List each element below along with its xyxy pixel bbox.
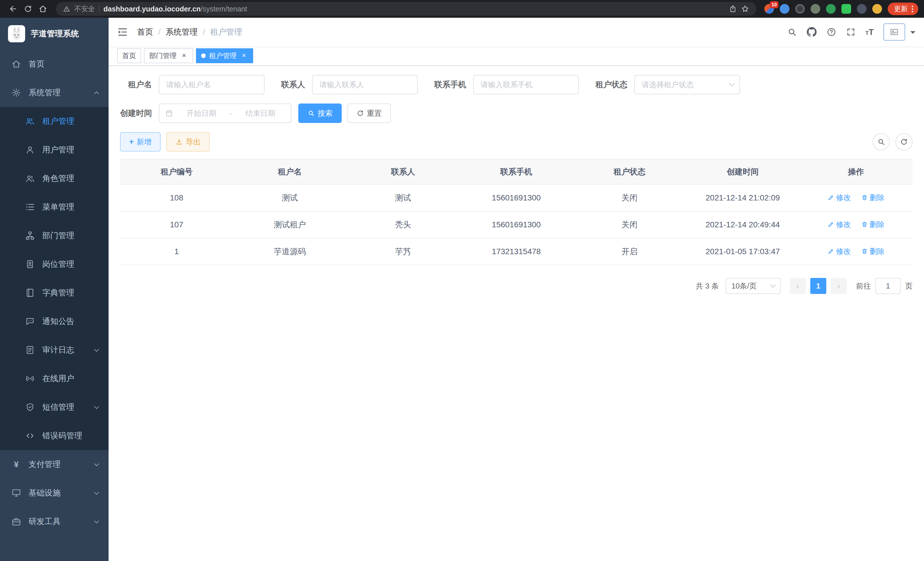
- chevron-down-icon: [95, 492, 98, 494]
- sidebar-item-payment-management[interactable]: ¥ 支付管理: [0, 450, 109, 479]
- sidebar-item-label: 菜单管理: [42, 202, 74, 212]
- cell-status: 关闭: [573, 211, 686, 238]
- extension-icon[interactable]: 10: [764, 4, 774, 14]
- sidebar-item-label: 审计日志: [42, 344, 74, 355]
- sidebar-item-dev-tools[interactable]: 研发工具: [0, 507, 109, 536]
- extensions-cluster: 10: [764, 4, 882, 14]
- sidebar-item-tenant-management[interactable]: 租户管理: [0, 107, 109, 135]
- extension-icon[interactable]: [795, 4, 805, 14]
- date-range-picker[interactable]: 开始日期 - 结束日期: [159, 104, 291, 123]
- delete-label: 删除: [870, 247, 885, 256]
- breadcrumb: 首页 / 系统管理 / 租户管理: [137, 27, 242, 38]
- goto-page-input[interactable]: [875, 278, 901, 294]
- edit-button[interactable]: 修改: [827, 220, 851, 230]
- sidebar-item-online-users[interactable]: 在线用户: [0, 364, 109, 393]
- extension-icon[interactable]: [826, 4, 836, 14]
- tag-label: 首页: [122, 51, 136, 60]
- app-logo[interactable]: 芋道管理系统: [0, 18, 109, 50]
- github-icon[interactable]: [807, 27, 817, 37]
- extension-icon[interactable]: [811, 4, 820, 14]
- avatar[interactable]: [884, 23, 905, 41]
- chevron-down-icon: [95, 463, 98, 465]
- prev-page-button[interactable]: ‹: [790, 278, 806, 294]
- contact-input[interactable]: [312, 75, 418, 94]
- home-button-icon[interactable]: [35, 2, 50, 16]
- cell-create-time: 2021-12-14 21:02:09: [686, 184, 799, 211]
- infrastructure-icon: [11, 488, 21, 498]
- sidebar-item-system-management[interactable]: 系统管理: [0, 78, 109, 107]
- page-number-button[interactable]: 1: [810, 278, 826, 294]
- tag-home[interactable]: 首页: [117, 48, 141, 63]
- role-users-icon: [25, 174, 35, 183]
- sidebar-item-role-management[interactable]: 角色管理: [0, 164, 109, 193]
- sidebar-item-dict-management[interactable]: 字典管理: [0, 278, 109, 307]
- reload-icon[interactable]: [21, 2, 35, 16]
- bookmark-star-icon[interactable]: [741, 5, 749, 13]
- sidebar-item-infrastructure[interactable]: 基础设施: [0, 479, 109, 507]
- delete-button[interactable]: 删除: [861, 220, 885, 230]
- search-button[interactable]: 搜索: [298, 104, 342, 123]
- extension-icon[interactable]: [872, 4, 882, 14]
- back-icon[interactable]: [6, 2, 21, 16]
- browser-menu-kebab-icon[interactable]: [912, 6, 913, 12]
- extension-icon[interactable]: [780, 4, 789, 14]
- update-label: 更新: [894, 4, 908, 14]
- sidebar-item-post-management[interactable]: 岗位管理: [0, 250, 109, 278]
- page-size-select[interactable]: 10条/页: [726, 278, 781, 294]
- dev-tools-icon: [11, 517, 21, 526]
- cell-contact: 秃头: [346, 211, 460, 238]
- sidebar: 芋道管理系统 首页 系统管理 租户管理 用户管理 角色: [0, 18, 109, 561]
- navbar-actions: TT: [787, 23, 915, 41]
- mobile-input[interactable]: [473, 75, 579, 94]
- help-docs-icon[interactable]: [826, 27, 836, 37]
- sidebar-item-home[interactable]: 首页: [0, 50, 109, 78]
- sidebar-item-error-code-management[interactable]: 错误码管理: [0, 421, 109, 450]
- sidebar-menu: 首页 系统管理 租户管理 用户管理 角色管理 菜单管理: [0, 50, 109, 561]
- share-icon[interactable]: [729, 5, 737, 13]
- search-icon[interactable]: [787, 27, 797, 37]
- sidebar-item-label: 用户管理: [42, 144, 74, 155]
- close-icon[interactable]: [180, 52, 188, 60]
- edit-button[interactable]: 修改: [827, 247, 851, 256]
- tag-dept-management[interactable]: 部门管理: [144, 48, 193, 63]
- filter-form-row-1: 租户名 联系人 联系手机 租户状态 请选择租户状态: [120, 75, 913, 94]
- fullscreen-icon[interactable]: [846, 27, 856, 37]
- sidebar-item-notice-announcement[interactable]: 通知公告: [0, 307, 109, 336]
- reset-button[interactable]: 重置: [347, 104, 391, 123]
- font-size-icon[interactable]: TT: [866, 27, 874, 37]
- export-button[interactable]: 导出: [166, 132, 210, 152]
- add-button[interactable]: + 新增: [120, 132, 160, 152]
- breadcrumb-item-home[interactable]: 首页: [137, 27, 153, 38]
- extension-icon[interactable]: [842, 4, 851, 14]
- chrome-update-button[interactable]: 更新: [888, 3, 918, 15]
- address-bar[interactable]: 不安全 dashboard.yudao.iocoder.cn/system/te…: [56, 2, 756, 16]
- breadcrumb-item-tenant: 租户管理: [210, 27, 242, 38]
- tag-label: 租户管理: [209, 51, 237, 60]
- sidebar-item-menu-management[interactable]: 菜单管理: [0, 193, 109, 221]
- edit-button[interactable]: 修改: [827, 193, 851, 203]
- breadcrumb-item-system[interactable]: 系统管理: [166, 27, 198, 38]
- sidebar-item-audit-log[interactable]: 审计日志: [0, 336, 109, 364]
- filter-tenant-name: 租户名: [120, 75, 265, 94]
- delete-button[interactable]: 删除: [861, 193, 885, 203]
- sidebar-item-label: 短信管理: [42, 402, 74, 413]
- hamburger-icon[interactable]: [117, 27, 128, 38]
- refresh-table-button[interactable]: [896, 133, 913, 150]
- delete-button[interactable]: 删除: [861, 247, 885, 256]
- dropdown-caret-icon[interactable]: [910, 31, 915, 36]
- end-date-input[interactable]: 结束日期: [236, 108, 285, 118]
- sidebar-item-user-management[interactable]: 用户管理: [0, 135, 109, 164]
- close-icon[interactable]: [240, 52, 248, 60]
- sidebar-item-dept-management[interactable]: 部门管理: [0, 221, 109, 250]
- start-date-input[interactable]: 开始日期: [177, 108, 226, 118]
- toggle-search-button[interactable]: [873, 133, 890, 150]
- tenant-name-input[interactable]: [159, 75, 265, 94]
- status-select[interactable]: 请选择租户状态: [634, 75, 740, 94]
- sidebar-item-sms-management[interactable]: 短信管理: [0, 393, 109, 421]
- extension-icon[interactable]: [857, 4, 867, 14]
- sidebar-item-label: 系统管理: [28, 87, 61, 98]
- tag-tenant-management[interactable]: 租户管理: [196, 48, 253, 63]
- cell-mobile: 15601691300: [460, 184, 573, 211]
- sidebar-item-label: 研发工具: [28, 516, 61, 527]
- next-page-button[interactable]: ›: [831, 278, 847, 294]
